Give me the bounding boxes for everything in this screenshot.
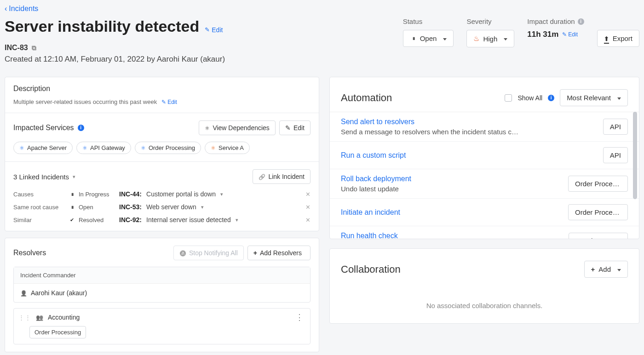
export-icon: [604, 34, 609, 42]
team-menu-button[interactable]: ⋮: [295, 313, 304, 321]
service-icon: [82, 145, 87, 151]
export-button[interactable]: Export: [597, 30, 639, 47]
service-chip[interactable]: Order Processing: [135, 142, 201, 154]
linked-incidents-toggle[interactable]: 3 Linked Incidents ▾: [13, 173, 75, 181]
service-name: Service A: [218, 144, 244, 151]
impact-box: Impact duration i 11h 31m Edit: [527, 17, 584, 39]
user-icon: [20, 289, 27, 297]
service-name: Order Processing: [149, 144, 195, 151]
pencil-icon: [205, 26, 210, 33]
collaboration-title: Collaboration: [341, 263, 401, 275]
automation-row[interactable]: Roll back deploymentUndo latest updateOr…: [330, 169, 639, 199]
add-resolvers-button[interactable]: Add Resolvers: [247, 246, 310, 260]
drag-handle-icon[interactable]: ⋮⋮: [18, 314, 31, 321]
automation-title[interactable]: Roll back deployment: [341, 175, 562, 183]
chevron-down-icon[interactable]: ▾: [201, 204, 204, 210]
severity-dropdown[interactable]: ♨ High: [466, 30, 514, 47]
automation-row[interactable]: Run health checkRun health check on serv…: [330, 226, 639, 239]
resolvers-card: Resolvers Stop Notifying All Add Resolve…: [5, 238, 319, 352]
automation-tag[interactable]: Order Process…: [568, 204, 628, 220]
stop-notifying-button: Stop Notifying All: [173, 246, 244, 260]
linked-status: Open: [69, 204, 115, 211]
chevron-down-icon[interactable]: ▾: [220, 191, 223, 197]
automation-title[interactable]: Initiate an incident: [341, 208, 562, 217]
unlink-button[interactable]: ✕: [305, 191, 310, 198]
unlink-button[interactable]: ✕: [305, 204, 310, 211]
automation-main: Run health checkRun health check on serv…: [341, 232, 562, 239]
breadcrumb[interactable]: ‹ Incidents: [5, 5, 639, 13]
link-incident-label: Link Incident: [268, 173, 305, 180]
scrollbar[interactable]: [633, 112, 637, 199]
info-icon[interactable]: i: [548, 95, 554, 101]
linked-summary: Customer portal is down: [146, 190, 216, 198]
linked-incident-row: SimilarResolvedINC-92: Internal server i…: [13, 216, 310, 223]
add-resolvers-label: Add Resolvers: [260, 249, 302, 257]
service-chip[interactable]: Service A: [205, 142, 250, 154]
view-dependencies-button[interactable]: View Dependencies: [199, 120, 276, 135]
linked-summary: Internal server issue detected: [146, 216, 231, 223]
collaboration-empty-text: No associated collaboration channels.: [330, 283, 639, 323]
commander-name: Aarohi Kaur (akaur): [31, 289, 87, 297]
automation-row[interactable]: Run a custom scriptAPI: [330, 142, 639, 169]
linked-summary: Web server down: [146, 203, 196, 211]
automation-title[interactable]: Run a custom script: [341, 151, 597, 160]
status-dropdown[interactable]: Open: [403, 30, 454, 47]
automation-main: Initiate an incident: [341, 208, 562, 217]
info-icon[interactable]: i: [578, 18, 584, 25]
linked-ref[interactable]: INC-53:: [119, 203, 142, 211]
service-chip[interactable]: Apache Server: [13, 142, 73, 154]
description-text: Multiple server-related issues occurring…: [13, 98, 157, 105]
edit-title-link[interactable]: Edit: [205, 26, 223, 34]
automation-tag[interactable]: Apache Server: [569, 233, 628, 239]
team-service-chip[interactable]: Order Processing: [29, 326, 86, 338]
breadcrumb-link[interactable]: Incidents: [9, 5, 38, 13]
automation-tag[interactable]: Order Process…: [568, 176, 628, 192]
automation-sort-dropdown[interactable]: Most Relevant: [560, 89, 628, 106]
linked-relation: Similar: [13, 217, 64, 223]
add-collaboration-button[interactable]: Add: [584, 261, 628, 278]
linked-status-text: Resolved: [79, 217, 104, 223]
service-icon: [211, 145, 216, 151]
link-incident-button[interactable]: Link Incident: [253, 169, 310, 184]
show-all-checkbox[interactable]: [505, 94, 512, 102]
chevron-down-icon: [615, 94, 621, 102]
pause-icon: [69, 205, 75, 209]
impact-value: 11h 31m: [527, 30, 558, 39]
pause-icon: [69, 192, 75, 196]
automation-sub: Undo latest update: [341, 185, 562, 193]
linked-ref[interactable]: INC-92:: [119, 216, 142, 223]
edit-services-label: Edit: [293, 124, 305, 132]
edit-impact-link[interactable]: Edit: [562, 31, 578, 38]
automation-title[interactable]: Run health check: [341, 232, 562, 239]
linked-ref[interactable]: INC-44:: [119, 190, 142, 198]
export-label: Export: [613, 34, 632, 42]
copy-icon[interactable]: ⧉: [32, 44, 36, 52]
view-deps-label: View Dependencies: [213, 124, 270, 132]
automation-row[interactable]: Send alert to resolversSend a message to…: [330, 112, 639, 142]
pencil-icon: [562, 31, 567, 38]
automation-tag[interactable]: API: [603, 147, 628, 163]
info-icon[interactable]: i: [78, 125, 84, 131]
service-chip[interactable]: API Gateway: [76, 142, 131, 154]
chevron-down-icon: ▾: [73, 174, 75, 180]
automation-title[interactable]: Send alert to resolvers: [341, 118, 597, 126]
linked-relation: Causes: [13, 191, 64, 198]
unlink-button[interactable]: ✕: [305, 217, 310, 223]
pause-icon: [410, 36, 416, 40]
edit-description-link[interactable]: Edit: [161, 99, 177, 105]
description-title: Description: [13, 85, 310, 93]
chevron-down-icon: [615, 265, 621, 273]
pencil-icon: [285, 124, 291, 132]
chevron-down-icon: [501, 35, 507, 43]
dependencies-icon: [205, 124, 210, 132]
severity-label: Severity: [466, 17, 514, 25]
linked-status: In Progress: [69, 191, 115, 198]
automation-tag[interactable]: API: [603, 119, 628, 135]
incident-id: INC-83: [5, 44, 28, 52]
automation-row[interactable]: Initiate an incidentOrder Process…: [330, 199, 639, 226]
edit-services-button[interactable]: Edit: [279, 120, 310, 135]
chevron-down-icon[interactable]: ▾: [236, 217, 238, 223]
check-icon: [69, 217, 75, 223]
service-icon: [19, 145, 24, 151]
team-box: ⋮⋮ Accounting ⋮ Order Processing: [13, 308, 310, 344]
